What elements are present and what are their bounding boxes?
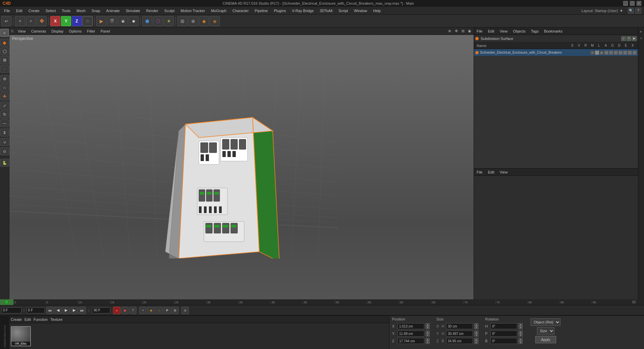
pos-x-down[interactable]: ▼: [426, 326, 430, 329]
rot-h-up[interactable]: ▲: [519, 323, 523, 326]
menu-vray[interactable]: V-Ray Bridge: [289, 8, 317, 13]
menu-simulate[interactable]: Simulate: [123, 8, 143, 13]
next-frame-button[interactable]: ▶: [70, 307, 78, 314]
pos-z-down[interactable]: ▼: [426, 341, 430, 344]
extrude-button[interactable]: $: [0, 129, 9, 137]
record-button[interactable]: ●: [113, 307, 120, 314]
frame-start-field[interactable]: [26, 307, 45, 313]
pos-y-field[interactable]: [397, 331, 424, 337]
texture-button[interactable]: ⬡: [153, 16, 163, 26]
vp-menu-panel[interactable]: Panel: [99, 29, 111, 33]
size-h2-down[interactable]: ▼: [474, 334, 478, 337]
search-button[interactable]: 🔍: [628, 8, 634, 14]
mat-menu-function[interactable]: Function: [34, 317, 48, 321]
point-mode-button[interactable]: ·: [0, 65, 9, 73]
rot-p-field[interactable]: [490, 331, 517, 337]
menu-mograph[interactable]: MoGraph: [208, 8, 229, 13]
question-button[interactable]: ?: [129, 307, 137, 314]
knife-button[interactable]: —: [0, 119, 9, 127]
menu-3dtoall[interactable]: 3DToAll: [317, 8, 335, 13]
key-circle-button[interactable]: ○: [155, 307, 163, 314]
menu-animate[interactable]: Animate: [104, 8, 122, 13]
lighting-button[interactable]: ☀: [164, 16, 174, 26]
menu-script[interactable]: Script: [336, 8, 351, 13]
move-tool-button[interactable]: ✥: [37, 16, 47, 26]
move-button[interactable]: ✛: [0, 92, 9, 100]
pos-y-down[interactable]: ▼: [426, 334, 430, 337]
maximize-button[interactable]: □: [630, 1, 635, 6]
subdiv-icon-2[interactable]: ✎: [627, 36, 631, 41]
menu-render[interactable]: Render: [144, 8, 161, 13]
render-all-button[interactable]: ⏺: [128, 16, 139, 26]
menu-mesh[interactable]: Mesh: [74, 8, 88, 13]
rotate-button[interactable]: ↻: [0, 110, 9, 118]
obj-icon-c[interactable]: C: [609, 51, 613, 55]
pos-z-field[interactable]: [397, 338, 424, 344]
goto-end-button[interactable]: ⏭: [78, 307, 86, 314]
z-axis-button[interactable]: Z: [72, 16, 82, 26]
subdiv-icon-1[interactable]: ✓: [621, 36, 626, 41]
add-object-button[interactable]: +: [15, 16, 25, 26]
vp-menu-display[interactable]: Display: [50, 29, 65, 33]
key-square-button[interactable]: ◆: [147, 307, 155, 314]
menu-tools[interactable]: Tools: [59, 8, 73, 13]
scene-menu-view[interactable]: View: [498, 170, 509, 174]
key-grid-button[interactable]: ⊞: [171, 307, 179, 314]
menu-plugins[interactable]: Plugins: [271, 8, 288, 13]
polygon-mode-button[interactable]: ⬡: [0, 47, 9, 55]
menu-window[interactable]: Window: [351, 8, 370, 13]
subdiv-icon-3[interactable]: ▶: [632, 36, 637, 41]
sidebar-mode-button[interactable]: ≡: [0, 29, 9, 37]
vp-menu-filter[interactable]: Filter: [86, 29, 96, 33]
size-h2-field[interactable]: [446, 331, 473, 337]
key-p-button[interactable]: P: [163, 307, 171, 314]
mat-menu-edit[interactable]: Edit: [24, 317, 31, 321]
paint-button[interactable]: +: [26, 16, 36, 26]
pos-x-up[interactable]: ▲: [426, 323, 430, 326]
obj-menu-file[interactable]: File: [475, 29, 484, 33]
size-h-up[interactable]: ▲: [474, 323, 478, 326]
mat-menu-texture[interactable]: Texture: [50, 317, 62, 321]
brush-button[interactable]: ⊙: [0, 147, 9, 155]
more-button[interactable]: ◆: [199, 16, 209, 26]
vp-icon-2[interactable]: ✥: [453, 29, 459, 34]
obj-icon-render[interactable]: ▶: [600, 51, 604, 55]
timeline-expand-button[interactable]: ≡: [181, 307, 189, 314]
obj-menu-tags[interactable]: Tags: [530, 29, 540, 33]
obj-icon-e[interactable]: E: [628, 51, 632, 55]
help-icon-button[interactable]: ?: [635, 8, 641, 14]
close-button[interactable]: ✕: [637, 1, 641, 6]
rot-b-down[interactable]: ▼: [519, 341, 523, 344]
pos-z-up[interactable]: ▲: [426, 338, 430, 341]
vp-icon-3[interactable]: ⊞: [460, 29, 466, 34]
grid-button[interactable]: ⊞: [177, 16, 187, 26]
coord-mode2-select[interactable]: Size: [537, 327, 554, 335]
menu-create[interactable]: Create: [26, 8, 42, 13]
obj-item-enclosure[interactable]: Schneider_Electrical_Enclosure_with_Circ…: [474, 49, 638, 56]
vp-menu-cameras[interactable]: Cameras: [30, 29, 48, 33]
layout-dropdown-icon[interactable]: ▼: [620, 9, 623, 13]
box-select-button[interactable]: □: [0, 84, 9, 92]
far-right-btn-1[interactable]: ▸: [639, 29, 644, 34]
obj-icon-x[interactable]: X: [633, 51, 637, 55]
apply-button[interactable]: Apply: [535, 336, 556, 343]
far-right-btn-2[interactable]: ≡: [639, 36, 644, 41]
mat-menu-create[interactable]: Create: [11, 317, 22, 321]
menu-motion-tracker[interactable]: Motion Tracker: [178, 8, 208, 13]
scale-button[interactable]: ⤢: [0, 102, 9, 110]
play-button[interactable]: ▶: [62, 307, 70, 314]
render-region-button[interactable]: 📽: [118, 16, 128, 26]
rot-h-field[interactable]: [490, 323, 517, 329]
obj-icon-g[interactable]: G: [619, 51, 623, 55]
current-frame-field[interactable]: [1, 307, 21, 313]
prev-frame-button[interactable]: ◀: [54, 307, 62, 314]
motion-button[interactable]: ◈: [210, 16, 220, 26]
obj-icon-visibility[interactable]: ●: [590, 51, 594, 55]
size-b-down[interactable]: ▼: [474, 341, 478, 344]
python-button[interactable]: 🐍: [0, 159, 9, 167]
rot-p-up[interactable]: ▲: [519, 331, 523, 334]
obj-menu-objects[interactable]: Objects: [512, 29, 527, 33]
pos-y-up[interactable]: ▲: [426, 331, 430, 334]
render-view-button[interactable]: ▶: [96, 16, 106, 26]
pos-x-field[interactable]: [397, 323, 424, 329]
